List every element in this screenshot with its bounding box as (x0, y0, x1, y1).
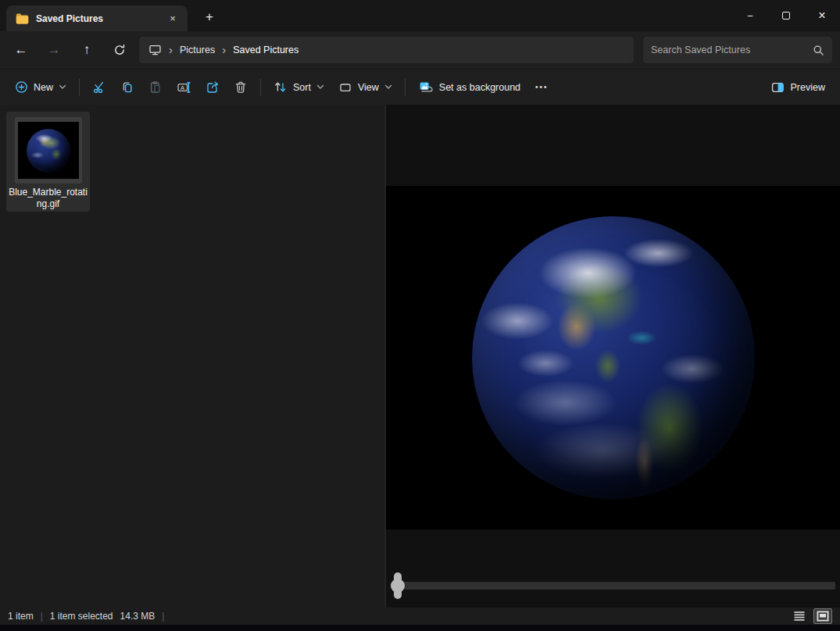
toolbar-separator (260, 79, 261, 96)
status-bar: 1 item | 1 item selected 14.3 MB | (0, 608, 840, 625)
breadcrumb-saved-pictures[interactable]: Saved Pictures (233, 45, 298, 55)
svg-text:A: A (181, 84, 184, 91)
tab-title: Saved Pictures (36, 13, 164, 24)
selection-size: 14.3 MB (120, 611, 155, 622)
paste-icon (148, 80, 163, 94)
large-thumbnails-view-icon (817, 611, 829, 622)
cut-icon (92, 80, 106, 94)
paste-button[interactable] (141, 73, 170, 102)
new-button[interactable]: New (8, 73, 73, 102)
slider-track[interactable] (397, 582, 835, 590)
preview-pane-icon (770, 81, 785, 94)
trash-icon (234, 80, 248, 94)
folder-icon (16, 13, 29, 24)
this-pc-icon (148, 44, 162, 56)
set-as-background-label: Set as background (439, 82, 520, 93)
up-button[interactable]: ↑ (73, 37, 100, 63)
set-background-icon (418, 80, 434, 94)
file-item-blue-marble[interactable]: Blue_Marble_rotating.gif (6, 112, 90, 212)
forward-button[interactable]: → (41, 37, 67, 63)
status-separator: | (41, 611, 43, 622)
close-button[interactable]: × (804, 0, 840, 31)
refresh-button[interactable] (106, 37, 133, 63)
maximize-icon (782, 12, 790, 20)
file-thumbnail-frame (15, 117, 82, 184)
cut-button[interactable] (85, 73, 113, 102)
new-tab-button[interactable]: + (198, 6, 220, 28)
slider-thumb[interactable] (391, 572, 405, 599)
status-separator: | (162, 611, 164, 622)
large-thumbnails-view-button[interactable] (813, 608, 832, 624)
view-button-label: View (358, 82, 379, 93)
content-area: Blue_Marble_rotating.gif (0, 105, 840, 608)
minimize-button[interactable]: − (732, 0, 768, 31)
chevron-down-icon (316, 84, 324, 90)
search-icon (813, 45, 824, 56)
sort-icon (273, 80, 288, 94)
preview-pane (384, 105, 840, 608)
tab-close-button[interactable]: × (164, 10, 181, 27)
new-button-label: New (34, 82, 53, 93)
sort-button[interactable]: Sort (266, 73, 331, 102)
set-as-background-button[interactable]: Set as background (411, 73, 527, 102)
copy-button[interactable] (113, 73, 141, 102)
gif-playback-slider[interactable] (386, 570, 840, 601)
preview-toggle-button[interactable]: Preview (763, 73, 832, 102)
toolbar-separator (79, 79, 80, 96)
delete-button[interactable] (227, 73, 255, 102)
maximize-button[interactable] (768, 0, 804, 31)
file-thumbnail (18, 122, 79, 179)
item-count: 1 item (8, 611, 34, 622)
search-box[interactable] (643, 37, 832, 63)
search-input[interactable] (651, 45, 813, 55)
file-explorer-window: Saved Pictures × + − × ← → ↑ › Pic (0, 0, 840, 631)
tab-bar: Saved Pictures × + − × (0, 0, 840, 31)
chevron-down-icon (384, 84, 392, 90)
preview-toggle-label: Preview (791, 82, 825, 93)
navigation-bar: ← → ↑ › Pictures › Saved Pictures (0, 31, 840, 69)
view-icon (338, 81, 352, 94)
tab-saved-pictures[interactable]: Saved Pictures × (6, 5, 188, 31)
rename-button[interactable]: A (170, 73, 198, 102)
selection-count: 1 item selected (50, 611, 113, 622)
copy-icon (120, 80, 134, 94)
file-name: Blue_Marble_rotating.gif (8, 187, 88, 210)
preview-image-area (386, 186, 840, 529)
slider-thumb-bulge (391, 579, 405, 593)
earth-preview-image (472, 216, 755, 499)
view-button[interactable]: View (331, 73, 399, 102)
new-plus-icon (15, 80, 28, 94)
share-icon (206, 80, 220, 94)
toolbar-separator (405, 79, 406, 96)
window-controls: − × (732, 0, 840, 31)
rename-icon: A (177, 80, 191, 94)
details-view-button[interactable] (790, 608, 809, 624)
refresh-icon (113, 44, 126, 56)
address-bar[interactable]: › Pictures › Saved Pictures (139, 37, 634, 63)
view-toggles (790, 608, 832, 624)
breadcrumb-pictures[interactable]: Pictures (180, 45, 215, 55)
window-bottom-edge (0, 625, 840, 631)
chevron-down-icon (59, 84, 66, 90)
see-more-button[interactable]: ••• (527, 83, 556, 91)
file-list[interactable]: Blue_Marble_rotating.gif (0, 105, 384, 608)
command-toolbar: New (0, 69, 840, 105)
breadcrumb-chevron: › (222, 44, 226, 57)
breadcrumb-chevron: › (169, 44, 173, 57)
details-view-icon (793, 611, 806, 622)
sort-button-label: Sort (293, 82, 311, 93)
earth-thumbnail-image (27, 129, 70, 173)
share-button[interactable] (198, 73, 227, 102)
back-button[interactable]: ← (8, 37, 34, 63)
